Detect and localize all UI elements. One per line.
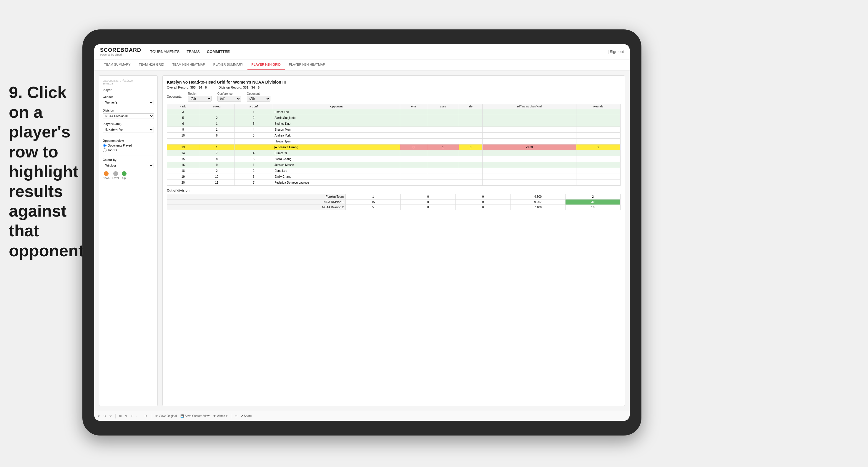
table-row[interactable]: 3 1 Esther Lee [167, 109, 621, 115]
overall-record: Overall Record: 353 - 34 - 6 [167, 86, 207, 89]
table-row[interactable]: 20 11 7 Federica Domecq Lacroze [167, 180, 621, 186]
cell-diff [483, 109, 577, 115]
cell-rounds [577, 138, 621, 145]
nav-teams[interactable]: TEAMS [187, 48, 200, 55]
separator: | [608, 50, 609, 54]
redo-btn[interactable]: ↪ [103, 414, 106, 417]
cell-tie [459, 121, 482, 127]
table-row[interactable]: 18 2 2 Euna Lee [167, 168, 621, 174]
gender-section: Gender Women's [103, 95, 154, 105]
table-row[interactable]: 19 10 6 Emily Chang [167, 174, 621, 180]
table-row[interactable]: 16 9 1 Jessica Mason [167, 162, 621, 168]
player-rank-section: Player (Rank) 8. Katelyn Vo [103, 122, 154, 132]
watch-btn[interactable]: 👁 Watch ▾ [213, 414, 227, 417]
logo-sub: Powered by clippd [100, 53, 141, 56]
division-select[interactable]: NCAA Division III [103, 113, 154, 119]
logo-text: SCOREBOARD [100, 47, 141, 53]
toolbar-icon4[interactable]: - [136, 414, 137, 417]
ood-row[interactable]: NCAA Division 2 5 0 0 7.400 10 [167, 205, 621, 210]
toolbar-icon2[interactable]: ✎ [125, 414, 127, 417]
division-section: Division NCAA Division III [103, 109, 154, 119]
cell-opponent: Federica Domecq Lacroze [273, 180, 400, 186]
toolbar: ↩ ↪ ⟳ ⊞ ✎ + - ⏱ 👁 View: Original 💾 Save … [94, 411, 630, 421]
table-row[interactable]: 10 6 3 Andrea York [167, 133, 621, 138]
nav-tournaments[interactable]: TOURNAMENTS [150, 48, 180, 55]
table-row[interactable]: Haejin Hyun [167, 138, 621, 145]
sign-out-link[interactable]: Sign out [610, 48, 624, 55]
cell-win [400, 162, 427, 168]
table-row[interactable]: 13 1 ▶ Jessica Huang 0 1 0 -3.00 2 [167, 145, 621, 150]
cell-div: 14 [167, 150, 199, 156]
cell-opponent: Eunice Yi [273, 150, 400, 156]
forward-btn[interactable]: ⟳ [110, 414, 112, 417]
cell-win [400, 115, 427, 121]
subnav-player-summary[interactable]: PLAYER SUMMARY [209, 59, 247, 70]
cell-win [400, 156, 427, 162]
toolbar-icon3[interactable]: + [131, 414, 133, 417]
cell-diff [483, 150, 577, 156]
grid-btn[interactable]: ⊞ [235, 414, 237, 417]
ood-loss: 0 [400, 199, 456, 205]
toolbar-icon1[interactable]: ⊞ [119, 414, 122, 417]
legend-level: Level [113, 171, 119, 180]
region-select[interactable]: (All) [188, 96, 212, 101]
left-panel: Last Updated: 27/03/2024 16:55:28 Player… [99, 75, 158, 406]
subnav-team-summary[interactable]: TEAM SUMMARY [100, 59, 135, 70]
nav-bar: SCOREBOARD Powered by clippd TOURNAMENTS… [94, 44, 630, 59]
ood-row[interactable]: Foreign Team 1 0 0 4.500 2 [167, 194, 621, 199]
cell-conf: 5 [234, 156, 273, 162]
col-rounds: Rounds [577, 104, 621, 109]
subnav-team-h2h-grid[interactable]: TEAM H2H GRID [135, 59, 168, 70]
colour-by-select[interactable]: Win/loss [103, 163, 154, 168]
undo-btn[interactable]: ↩ [98, 414, 100, 417]
cell-div: 9 [167, 127, 199, 133]
conference-filter: Conference (All) [217, 92, 241, 101]
clock-btn[interactable]: ⏱ [145, 414, 147, 417]
subnav-player-h2h-grid[interactable]: PLAYER H2H GRID [247, 59, 285, 70]
table-row[interactable]: 9 1 4 Sharon Mun [167, 127, 621, 133]
share-btn[interactable]: ↗ Share [241, 414, 252, 417]
table-row[interactable]: 15 8 5 Stella Chang [167, 156, 621, 162]
cell-loss [427, 138, 459, 145]
save-custom-view-btn[interactable]: 💾 Save Custom View [180, 414, 210, 417]
logo: SCOREBOARD Powered by clippd [100, 47, 141, 56]
col-div: # Div [167, 104, 199, 109]
subnav-team-h2h-heatmap[interactable]: TEAM H2H HEATMAP [168, 59, 209, 70]
table-row[interactable]: 14 7 4 Eunice Yi [167, 150, 621, 156]
player-section: Player [103, 89, 154, 92]
conference-select[interactable]: (All) [217, 96, 241, 101]
cell-tie [459, 127, 482, 133]
out-of-division-table: Foreign Team 1 0 0 4.500 2 NAIA Division… [167, 194, 621, 210]
cell-div [167, 138, 199, 145]
table-row[interactable]: 5 2 2 Alexis Sudjianto [167, 115, 621, 121]
nav-committee[interactable]: COMMITTEE [207, 48, 230, 55]
opponent-select[interactable]: (All) [247, 96, 270, 101]
annotation-text: 9. Click on a player's row to highlight … [9, 83, 80, 260]
cell-conf: 7 [234, 180, 273, 186]
cell-conf: 6 [234, 174, 273, 180]
cell-loss [427, 156, 459, 162]
radio-opponents-played[interactable]: Opponents Played [103, 144, 154, 148]
view-original-btn[interactable]: 👁 View: Original [155, 414, 177, 417]
radio-top100[interactable]: Top 100 [103, 148, 154, 152]
cell-opponent: Haejin Hyun [273, 138, 400, 145]
cell-loss [427, 115, 459, 121]
cell-rounds [577, 109, 621, 115]
cell-div: 13 [167, 145, 199, 150]
cell-conf: 3 [234, 121, 273, 127]
player-rank-select[interactable]: 8. Katelyn Vo [103, 127, 154, 132]
cell-win: 0 [400, 145, 427, 150]
cell-tie [459, 150, 482, 156]
cell-reg: 1 [199, 121, 235, 127]
subnav-player-h2h-heatmap[interactable]: PLAYER H2H HEATMAP [285, 59, 329, 70]
gender-select[interactable]: Women's [103, 100, 154, 105]
cell-tie [459, 138, 482, 145]
table-row[interactable]: 6 1 3 Sydney Kuo [167, 121, 621, 127]
opponent-filter: Opponent (All) [247, 92, 270, 101]
cell-loss [427, 162, 459, 168]
ood-row[interactable]: NAIA Division 1 15 0 0 9.267 30 [167, 199, 621, 205]
ood-loss: 0 [400, 194, 456, 199]
ood-tie: 0 [456, 194, 510, 199]
cell-loss [427, 168, 459, 174]
ood-tie: 0 [456, 205, 510, 210]
